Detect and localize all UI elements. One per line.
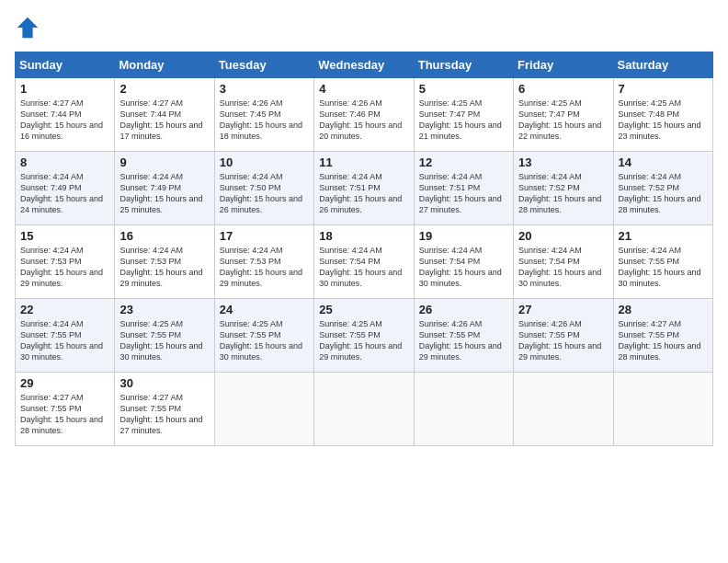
day-info: Sunrise: 4:24 AM Sunset: 7:54 PM Dayligh… xyxy=(419,245,508,290)
day-number: 15 xyxy=(20,229,109,243)
day-info: Sunrise: 4:27 AM Sunset: 7:55 PM Dayligh… xyxy=(119,392,209,437)
calendar-cell: 12Sunrise: 4:24 AM Sunset: 7:51 PM Dayli… xyxy=(414,152,513,225)
day-number: 2 xyxy=(119,82,209,96)
day-number: 10 xyxy=(220,155,309,169)
day-number: 21 xyxy=(619,229,708,243)
calendar-cell xyxy=(613,373,712,446)
day-info: Sunrise: 4:24 AM Sunset: 7:53 PM Dayligh… xyxy=(119,245,209,290)
calendar-cell: 18Sunrise: 4:24 AM Sunset: 7:54 PM Dayli… xyxy=(314,225,414,299)
calendar-row-3: 15Sunrise: 4:24 AM Sunset: 7:53 PM Dayli… xyxy=(16,225,713,299)
calendar-cell: 16Sunrise: 4:24 AM Sunset: 7:53 PM Dayli… xyxy=(115,225,214,299)
calendar-cell: 6Sunrise: 4:25 AM Sunset: 7:47 PM Daylig… xyxy=(514,78,613,152)
day-number: 24 xyxy=(220,303,309,316)
calendar-cell: 21Sunrise: 4:24 AM Sunset: 7:55 PM Dayli… xyxy=(613,225,712,299)
day-info: Sunrise: 4:25 AM Sunset: 7:48 PM Dayligh… xyxy=(619,98,708,143)
day-info: Sunrise: 4:25 AM Sunset: 7:55 PM Dayligh… xyxy=(119,318,209,363)
calendar-cell xyxy=(314,373,414,446)
calendar-cell: 17Sunrise: 4:24 AM Sunset: 7:53 PM Dayli… xyxy=(214,225,313,299)
day-info: Sunrise: 4:24 AM Sunset: 7:54 PM Dayligh… xyxy=(319,245,408,290)
day-info: Sunrise: 4:25 AM Sunset: 7:47 PM Dayligh… xyxy=(419,98,508,143)
day-header-saturday: Saturday xyxy=(613,52,712,78)
day-number: 23 xyxy=(119,303,209,316)
day-header-tuesday: Tuesday xyxy=(214,52,313,78)
day-header-monday: Monday xyxy=(115,52,214,78)
day-number: 28 xyxy=(619,303,708,316)
calendar-cell: 20Sunrise: 4:24 AM Sunset: 7:54 PM Dayli… xyxy=(514,225,613,299)
day-number: 11 xyxy=(319,155,408,169)
day-info: Sunrise: 4:27 AM Sunset: 7:55 PM Dayligh… xyxy=(20,392,109,437)
day-info: Sunrise: 4:24 AM Sunset: 7:49 PM Dayligh… xyxy=(119,171,209,216)
calendar-row-1: 1Sunrise: 4:27 AM Sunset: 7:44 PM Daylig… xyxy=(16,78,713,152)
calendar-cell: 2Sunrise: 4:27 AM Sunset: 7:44 PM Daylig… xyxy=(115,78,214,152)
day-number: 27 xyxy=(518,303,608,316)
day-info: Sunrise: 4:24 AM Sunset: 7:54 PM Dayligh… xyxy=(518,245,608,290)
day-header-wednesday: Wednesday xyxy=(314,52,414,78)
day-number: 14 xyxy=(619,155,708,169)
day-info: Sunrise: 4:24 AM Sunset: 7:51 PM Dayligh… xyxy=(319,171,408,216)
day-number: 16 xyxy=(119,229,209,243)
calendar-cell xyxy=(214,373,313,446)
day-header-friday: Friday xyxy=(514,52,613,78)
day-number: 17 xyxy=(220,229,309,243)
day-info: Sunrise: 4:26 AM Sunset: 7:55 PM Dayligh… xyxy=(419,318,508,363)
calendar-cell: 13Sunrise: 4:24 AM Sunset: 7:52 PM Dayli… xyxy=(514,152,613,225)
page-header xyxy=(15,15,713,40)
calendar-cell: 7Sunrise: 4:25 AM Sunset: 7:48 PM Daylig… xyxy=(613,78,712,152)
calendar-cell: 30Sunrise: 4:27 AM Sunset: 7:55 PM Dayli… xyxy=(115,373,214,446)
day-info: Sunrise: 4:26 AM Sunset: 7:46 PM Dayligh… xyxy=(319,98,408,143)
calendar-cell: 26Sunrise: 4:26 AM Sunset: 7:55 PM Dayli… xyxy=(414,299,513,373)
calendar-cell: 24Sunrise: 4:25 AM Sunset: 7:55 PM Dayli… xyxy=(214,299,313,373)
calendar-row-2: 8Sunrise: 4:24 AM Sunset: 7:49 PM Daylig… xyxy=(16,152,713,225)
day-info: Sunrise: 4:24 AM Sunset: 7:55 PM Dayligh… xyxy=(619,245,708,290)
day-info: Sunrise: 4:27 AM Sunset: 7:44 PM Dayligh… xyxy=(119,98,209,143)
day-number: 13 xyxy=(518,155,608,169)
calendar-cell: 14Sunrise: 4:24 AM Sunset: 7:52 PM Dayli… xyxy=(613,152,712,225)
day-number: 9 xyxy=(119,155,209,169)
day-header-thursday: Thursday xyxy=(414,52,513,78)
day-number: 12 xyxy=(419,155,508,169)
calendar-cell: 23Sunrise: 4:25 AM Sunset: 7:55 PM Dayli… xyxy=(115,299,214,373)
calendar-cell: 27Sunrise: 4:26 AM Sunset: 7:55 PM Dayli… xyxy=(514,299,613,373)
day-number: 3 xyxy=(220,82,309,96)
day-info: Sunrise: 4:27 AM Sunset: 7:44 PM Dayligh… xyxy=(20,98,109,143)
day-info: Sunrise: 4:24 AM Sunset: 7:49 PM Dayligh… xyxy=(20,171,109,216)
calendar-cell: 5Sunrise: 4:25 AM Sunset: 7:47 PM Daylig… xyxy=(414,78,513,152)
day-number: 5 xyxy=(419,82,508,96)
day-info: Sunrise: 4:24 AM Sunset: 7:50 PM Dayligh… xyxy=(220,171,309,216)
calendar-cell: 25Sunrise: 4:25 AM Sunset: 7:55 PM Dayli… xyxy=(314,299,414,373)
day-number: 19 xyxy=(419,229,508,243)
day-info: Sunrise: 4:25 AM Sunset: 7:47 PM Dayligh… xyxy=(518,98,608,143)
calendar-cell: 19Sunrise: 4:24 AM Sunset: 7:54 PM Dayli… xyxy=(414,225,513,299)
day-number: 7 xyxy=(619,82,708,96)
logo xyxy=(15,15,44,40)
day-number: 20 xyxy=(518,229,608,243)
calendar-row-4: 22Sunrise: 4:24 AM Sunset: 7:55 PM Dayli… xyxy=(16,299,713,373)
day-info: Sunrise: 4:26 AM Sunset: 7:55 PM Dayligh… xyxy=(518,318,608,363)
day-number: 6 xyxy=(518,82,608,96)
calendar-cell xyxy=(514,373,613,446)
day-number: 22 xyxy=(20,303,109,316)
day-info: Sunrise: 4:25 AM Sunset: 7:55 PM Dayligh… xyxy=(220,318,309,363)
day-info: Sunrise: 4:24 AM Sunset: 7:55 PM Dayligh… xyxy=(20,318,109,363)
calendar-cell xyxy=(414,373,513,446)
calendar-row-5: 29Sunrise: 4:27 AM Sunset: 7:55 PM Dayli… xyxy=(16,373,713,446)
calendar-cell: 9Sunrise: 4:24 AM Sunset: 7:49 PM Daylig… xyxy=(115,152,214,225)
day-info: Sunrise: 4:26 AM Sunset: 7:45 PM Dayligh… xyxy=(220,98,309,143)
calendar-cell: 8Sunrise: 4:24 AM Sunset: 7:49 PM Daylig… xyxy=(16,152,115,225)
logo-icon xyxy=(15,15,40,40)
day-info: Sunrise: 4:25 AM Sunset: 7:55 PM Dayligh… xyxy=(319,318,408,363)
day-number: 25 xyxy=(319,303,408,316)
calendar-cell: 15Sunrise: 4:24 AM Sunset: 7:53 PM Dayli… xyxy=(16,225,115,299)
calendar-header-row: SundayMondayTuesdayWednesdayThursdayFrid… xyxy=(16,52,713,78)
calendar-cell: 1Sunrise: 4:27 AM Sunset: 7:44 PM Daylig… xyxy=(16,78,115,152)
calendar-cell: 10Sunrise: 4:24 AM Sunset: 7:50 PM Dayli… xyxy=(214,152,313,225)
day-number: 26 xyxy=(419,303,508,316)
day-header-sunday: Sunday xyxy=(16,52,115,78)
svg-marker-0 xyxy=(17,17,38,38)
calendar-cell: 22Sunrise: 4:24 AM Sunset: 7:55 PM Dayli… xyxy=(16,299,115,373)
calendar-cell: 3Sunrise: 4:26 AM Sunset: 7:45 PM Daylig… xyxy=(214,78,313,152)
day-number: 30 xyxy=(119,376,209,390)
day-info: Sunrise: 4:24 AM Sunset: 7:53 PM Dayligh… xyxy=(20,245,109,290)
day-number: 18 xyxy=(319,229,408,243)
day-number: 4 xyxy=(319,82,408,96)
